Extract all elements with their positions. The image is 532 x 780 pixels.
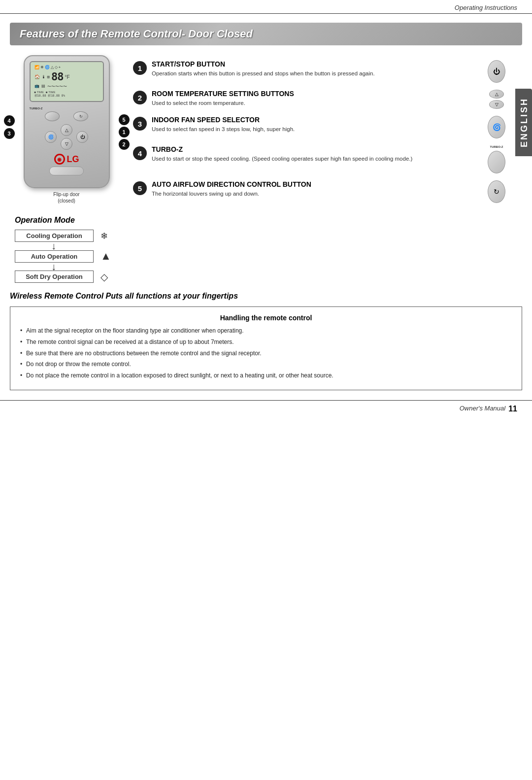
fan-speed-icon: 🌀 [488, 116, 505, 138]
handling-title: Handling the remote control [20, 314, 512, 322]
op-mode-content: Cooling Operation ❄ ↓ Auto Operation ▲ ↓… [15, 230, 111, 283]
main-content: 4 3 5 1 2 📶❄🌀△◇+ [10, 55, 507, 204]
flip-door-note: Flip-up door (closed) [53, 191, 79, 204]
features-list: 1 START/STOP BUTTON Operation starts whe… [133, 55, 507, 204]
soft-dry-icon: ◇ [100, 271, 108, 283]
feature-num-1: 1 [133, 61, 147, 75]
callout-num-4: 4 [4, 115, 15, 126]
auto-icon: ▲ [100, 250, 111, 263]
header-bar: Operating Instructions [0, 0, 532, 14]
remote-illustration: 4 3 5 1 2 📶❄🌀△◇+ [24, 55, 110, 188]
feature-icon-5: ↻ [486, 180, 507, 203]
feature-desc-5: The horizontal louvers swing up and down… [152, 190, 481, 198]
callout-4-left: 4 [4, 115, 15, 126]
btn-startstop[interactable]: ⏻ [76, 131, 88, 143]
handling-bullet-5: Do not place the remote control in a loc… [20, 372, 512, 380]
feature-item-3: 3 INDOOR FAN SPEED SELECTOR Used to sele… [133, 116, 507, 138]
english-tab: ENGLISH [515, 89, 532, 156]
turbo-z-icon [488, 151, 505, 173]
feature-num-4: 4 [133, 146, 147, 160]
feature-num-2: 2 [133, 91, 147, 104]
turbo-z-sm-label: TURBO-Z [490, 145, 503, 148]
feature-title-4: TURBO-Z [152, 145, 481, 153]
feature-item-2: 2 ROOM TEMPERATURE SETTING BUTTONS Used … [133, 90, 507, 109]
arrow-down-2: ↓ [51, 263, 56, 271]
op-mode-items: Cooling Operation ❄ ↓ Auto Operation ▲ ↓… [15, 230, 111, 283]
cooling-icon: ❄ [100, 231, 108, 241]
remote-body: 📶❄🌀△◇+ 🏠 🌡 ⊞ 88 °F 📺▤〜〜〜〜〜 ■ TIM [24, 55, 110, 188]
header-title: Operating Instructions [455, 4, 517, 11]
callout-3-left: 3 [4, 128, 15, 139]
btn-airflow[interactable]: ↻ [73, 111, 88, 121]
handling-bullet-1: Aim at the signal receptor on the floor … [20, 327, 512, 335]
feature-desc-3: Used to select fan speed in 3 steps low,… [152, 125, 481, 133]
feature-icon-4: TURBO-Z [486, 145, 507, 173]
section-title: Features of the Remote Control- Door Clo… [20, 28, 512, 40]
handling-bullet-2: The remote control signal can be receive… [20, 338, 512, 346]
airflow-direction-icon: ↻ [488, 180, 505, 203]
lg-logo: ◉ LG [30, 154, 104, 165]
feature-icon-1: ⏻ [486, 60, 507, 83]
btn-row-top: ↻ [45, 111, 88, 121]
arrow-down-1: ↓ [51, 242, 56, 250]
btn-temp-down[interactable]: ▽ [61, 138, 72, 150]
btn-panel-long[interactable] [49, 167, 84, 175]
soft-dry-operation-label: Soft Dry Operation [15, 271, 94, 283]
lcd-icons: 📶❄🌀△◇+ [34, 65, 61, 69]
turbo-z-label: TURBO-Z [30, 107, 104, 110]
remote-container: 4 3 5 1 2 📶❄🌀△◇+ [10, 55, 123, 204]
footer-bar: Owner's Manual 11 [0, 400, 532, 417]
op-mode-row-cooling: Cooling Operation ❄ [15, 230, 108, 242]
footer-label: Owner's Manual [460, 405, 506, 413]
feature-item-4: 4 TURBO-Z Used to start or stop the spee… [133, 145, 507, 173]
temp-up-icon: △ [489, 90, 504, 99]
btn-fan[interactable]: 🌀 [45, 131, 57, 143]
btn-turbo[interactable] [45, 111, 60, 121]
remote-screen: 📶❄🌀△◇+ 🏠 🌡 ⊞ 88 °F 📺▤〜〜〜〜〜 ■ TIM [30, 61, 104, 102]
op-mode-row-auto: Auto Operation ▲ [15, 250, 111, 263]
callout-num-3: 3 [4, 128, 15, 139]
feature-item-1: 1 START/STOP BUTTON Operation starts whe… [133, 60, 507, 83]
lg-circle-icon: ◉ [54, 154, 65, 165]
feature-title-1: START/STOP BUTTON [152, 60, 481, 68]
feature-text-5: AUTO AIRFLOW DIRECTION CONTROL BUTTON Th… [152, 180, 481, 198]
section-title-bar: Features of the Remote Control- Door Clo… [10, 23, 522, 45]
feature-title-3: INDOOR FAN SPEED SELECTOR [152, 116, 481, 124]
handling-bullet-4: Do not drop or throw the remote control. [20, 360, 512, 369]
feature-num-3: 3 [133, 117, 147, 131]
callout-num-2: 2 [119, 139, 130, 150]
handling-bullet-3: Be sure that there are no obstructions b… [20, 349, 512, 358]
footer-page-num: 11 [508, 405, 517, 413]
btn-temp-up[interactable]: △ [61, 124, 72, 136]
handling-list: Aim at the signal receptor on the floor … [20, 327, 512, 380]
op-mode-layout: Cooling Operation ❄ ↓ Auto Operation ▲ ↓… [10, 230, 522, 283]
btn-row-middle: 🌀 △ ▽ ⏻ [45, 124, 88, 150]
feature-desc-2: Used to select the room temperature. [152, 99, 481, 107]
lg-text: LG [67, 154, 79, 165]
callout-5-right: 5 [119, 114, 130, 125]
callout-num-1: 1 [119, 127, 130, 137]
feature-text-2: ROOM TEMPERATURE SETTING BUTTONS Used to… [152, 90, 481, 107]
feature-text-3: INDOOR FAN SPEED SELECTOR Used to select… [152, 116, 481, 133]
auto-operation-label: Auto Operation [15, 250, 94, 263]
feature-desc-1: Operation starts when this button is pre… [152, 69, 481, 77]
callout-2-right: 2 [119, 139, 130, 150]
feature-icon-2: △ ▽ [486, 90, 507, 109]
callout-1-right: 1 [119, 127, 130, 137]
handling-box: Handling the remote control Aim at the s… [10, 306, 522, 390]
op-mode-row-softdry: Soft Dry Operation ◇ [15, 271, 108, 283]
operation-mode-section: Operation Mode Cooling Operation ❄ ↓ Aut… [10, 216, 522, 283]
lcd-unit: °F [65, 74, 69, 80]
callout-num-5: 5 [119, 114, 130, 125]
start-stop-icon: ⏻ [488, 60, 505, 83]
feature-title-5: AUTO AIRFLOW DIRECTION CONTROL BUTTON [152, 180, 481, 188]
remote-buttons: ↻ 🌀 △ ▽ ⏻ [30, 111, 104, 150]
operation-mode-title: Operation Mode [15, 216, 522, 225]
temp-down-icon: ▽ [489, 100, 504, 109]
feature-text-4: TURBO-Z Used to start or stop the speed … [152, 145, 481, 163]
feature-item-5: 5 AUTO AIRFLOW DIRECTION CONTROL BUTTON … [133, 180, 507, 203]
feature-text-1: START/STOP BUTTON Operation starts when … [152, 60, 481, 77]
feature-desc-4: Used to start or stop the speed cooling.… [152, 155, 481, 163]
wireless-subtitle: Wireless Remote Control Puts all functio… [10, 292, 522, 301]
feature-title-2: ROOM TEMPERATURE SETTING BUTTONS [152, 90, 481, 98]
